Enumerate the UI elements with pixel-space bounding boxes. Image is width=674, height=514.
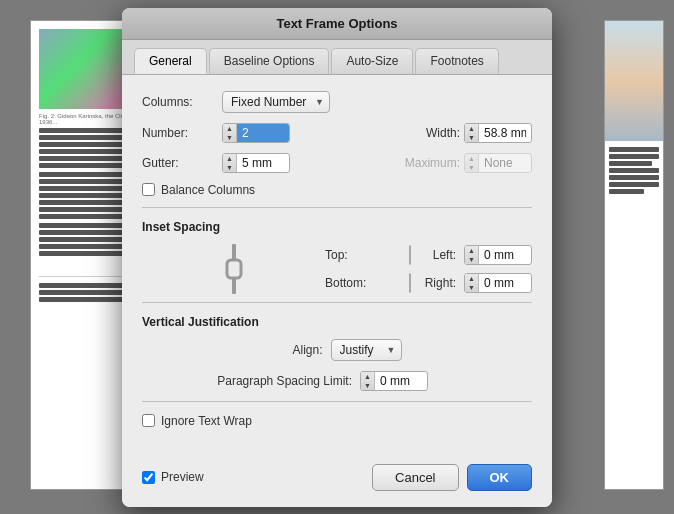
dialog-footer: Preview Cancel OK: [122, 454, 552, 507]
inset-spacing-heading: Inset Spacing: [142, 220, 532, 234]
svg-rect-1: [232, 278, 236, 294]
bottom-row: Bottom: ▲ ▼ 0 mm: [325, 273, 349, 293]
width-up-arrow[interactable]: ▲: [468, 124, 475, 133]
columns-label: Columns:: [142, 95, 222, 109]
maximum-up-arrow: ▲: [468, 154, 475, 163]
number-input[interactable]: 2: [237, 124, 289, 142]
svg-rect-0: [232, 244, 236, 260]
right-spinner[interactable]: ▲ ▼ 0 mm: [464, 273, 532, 293]
ignore-text-wrap-row: Ignore Text Wrap: [142, 414, 532, 428]
balance-columns-checkbox[interactable]: [142, 183, 155, 196]
right-row: Right: ▲ ▼ 0 mm: [349, 273, 532, 293]
ignore-text-wrap-label[interactable]: Ignore Text Wrap: [161, 414, 252, 428]
align-select-wrap: Top Center Bottom Justify ▼: [331, 339, 402, 361]
maximum-down-arrow: ▼: [468, 163, 475, 172]
align-select[interactable]: Top Center Bottom Justify: [331, 339, 402, 361]
cancel-button[interactable]: Cancel: [372, 464, 458, 491]
paragraph-spacing-down-arrow[interactable]: ▼: [364, 381, 371, 390]
paragraph-spacing-row: Paragraph Spacing Limit: ▲ ▼ 0 mm: [142, 371, 532, 391]
link-icon[interactable]: [142, 244, 325, 294]
svg-rect-2: [227, 260, 241, 278]
align-label: Align:: [273, 343, 323, 357]
number-label: Number:: [142, 126, 222, 140]
columns-row: Columns: Fixed Number Flexible Width Fix…: [142, 91, 532, 113]
width-label: Width:: [390, 126, 460, 140]
number-spinner[interactable]: ▲ ▼ 2: [222, 123, 290, 143]
columns-select[interactable]: Fixed Number Flexible Width Fixed Width: [222, 91, 330, 113]
left-input[interactable]: 0 mm: [479, 246, 531, 264]
number-spinner-arrows[interactable]: ▲ ▼: [223, 124, 237, 142]
section-divider-1: [142, 207, 532, 208]
preview-checkbox[interactable]: [142, 471, 155, 484]
gutter-spinner[interactable]: ▲ ▼ 5 mm: [222, 153, 290, 173]
dialog: Text Frame Options General Baseline Opti…: [122, 8, 552, 507]
left-row: Left: ▲ ▼ 0 mm: [349, 245, 532, 265]
left-label: Left:: [386, 248, 456, 262]
tab-auto-size[interactable]: Auto-Size: [331, 48, 413, 74]
tab-general[interactable]: General: [134, 48, 207, 74]
top-row: Top: ▲ ▼ 0 mm: [325, 245, 349, 265]
dialog-title: Text Frame Options: [122, 8, 552, 40]
number-width-row: Number: ▲ ▼ 2 Width: ▲ ▼ 58.8 mm: [142, 123, 532, 143]
gutter-maximum-row: Gutter: ▲ ▼ 5 mm Maximum: ▲ ▼ None: [142, 153, 532, 173]
width-spinner[interactable]: ▲ ▼ 58.8 mm: [464, 123, 532, 143]
balance-columns-row: Balance Columns: [142, 183, 532, 197]
right-label: Right:: [386, 276, 456, 290]
right-down-arrow[interactable]: ▼: [468, 283, 475, 292]
tab-bar: General Baseline Options Auto-Size Footn…: [122, 40, 552, 75]
width-input[interactable]: 58.8 mm: [479, 124, 531, 142]
tab-baseline-options[interactable]: Baseline Options: [209, 48, 330, 74]
paragraph-spacing-arrows[interactable]: ▲ ▼: [361, 372, 375, 390]
maximum-input: None: [479, 154, 531, 172]
left-up-arrow[interactable]: ▲: [468, 246, 475, 255]
gutter-spinner-arrows[interactable]: ▲ ▼: [223, 154, 237, 172]
left-down-arrow[interactable]: ▼: [468, 255, 475, 264]
ignore-text-wrap-checkbox[interactable]: [142, 414, 155, 427]
columns-select-wrap: Fixed Number Flexible Width Fixed Width …: [222, 91, 330, 113]
dialog-body: Columns: Fixed Number Flexible Width Fix…: [122, 75, 552, 454]
ok-button[interactable]: OK: [467, 464, 533, 491]
gutter-input[interactable]: 5 mm: [237, 154, 289, 172]
tab-footnotes[interactable]: Footnotes: [415, 48, 498, 74]
right-page: [604, 20, 664, 490]
width-spinner-arrows[interactable]: ▲ ▼: [465, 124, 479, 142]
align-row: Align: Top Center Bottom Justify ▼: [142, 339, 532, 361]
gutter-down-arrow[interactable]: ▼: [226, 163, 233, 172]
paragraph-spacing-label: Paragraph Spacing Limit:: [192, 374, 352, 388]
paragraph-spacing-input[interactable]: 0 mm: [375, 372, 427, 390]
chain-link-svg: [225, 244, 243, 294]
right-input[interactable]: 0 mm: [479, 274, 531, 292]
maximum-label: Maximum:: [390, 156, 460, 170]
number-up-arrow[interactable]: ▲: [226, 124, 233, 133]
number-down-arrow[interactable]: ▼: [226, 133, 233, 142]
gutter-label: Gutter:: [142, 156, 222, 170]
paragraph-spacing-up-arrow[interactable]: ▲: [364, 372, 371, 381]
right-spinner-arrows[interactable]: ▲ ▼: [465, 274, 479, 292]
footer-buttons: Cancel OK: [372, 464, 532, 491]
inset-spacing-grid: Top: ▲ ▼ 0 mm Left:: [142, 244, 532, 294]
paragraph-spacing-spinner[interactable]: ▲ ▼ 0 mm: [360, 371, 428, 391]
left-spinner-arrows[interactable]: ▲ ▼: [465, 246, 479, 264]
vertical-justification-heading: Vertical Justification: [142, 315, 532, 329]
balance-columns-label[interactable]: Balance Columns: [161, 183, 255, 197]
footer-left: Preview: [142, 470, 372, 484]
width-down-arrow[interactable]: ▼: [468, 133, 475, 142]
maximum-spinner: ▲ ▼ None: [464, 153, 532, 173]
right-up-arrow[interactable]: ▲: [468, 274, 475, 283]
maximum-spinner-arrows: ▲ ▼: [465, 154, 479, 172]
gutter-up-arrow[interactable]: ▲: [226, 154, 233, 163]
left-spinner[interactable]: ▲ ▼ 0 mm: [464, 245, 532, 265]
section-divider-3: [142, 401, 532, 402]
preview-label[interactable]: Preview: [161, 470, 204, 484]
section-divider-2: [142, 302, 532, 303]
